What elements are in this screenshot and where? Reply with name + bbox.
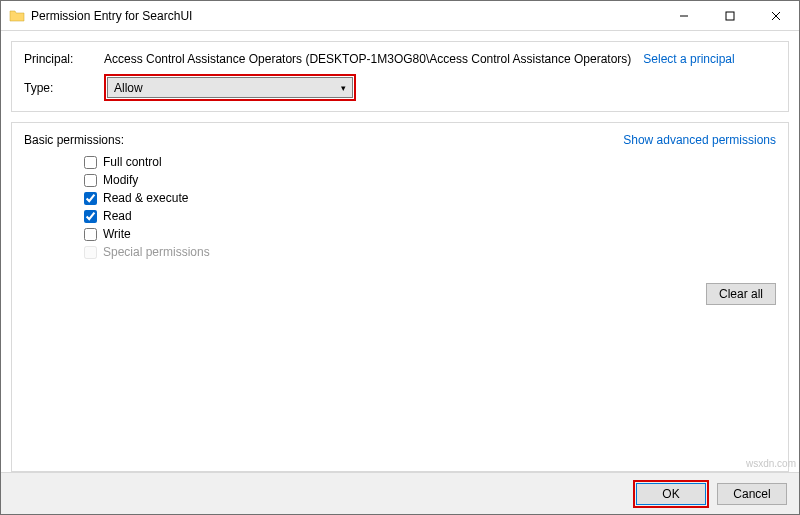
client-area: Principal: Access Control Assistance Ope… [1,31,799,472]
folder-icon [9,8,25,24]
title-bar: Permission Entry for SearchUI [1,1,799,31]
window-frame: Permission Entry for SearchUI Principal:… [0,0,800,515]
window-controls [661,1,799,30]
perm-modify-checkbox[interactable] [84,174,97,187]
window-title: Permission Entry for SearchUI [31,9,661,23]
ok-highlight: OK [633,480,709,508]
minimize-button[interactable] [661,1,707,30]
clear-all-button[interactable]: Clear all [706,283,776,305]
show-advanced-link[interactable]: Show advanced permissions [623,133,776,147]
principal-label: Principal: [24,52,104,66]
perm-read-execute[interactable]: Read & execute [84,189,776,207]
select-principal-link[interactable]: Select a principal [643,52,734,66]
perm-modify-label: Modify [103,173,138,187]
type-label: Type: [24,81,104,95]
svg-rect-1 [726,12,734,20]
cancel-button[interactable]: Cancel [717,483,787,505]
perm-full-control-checkbox[interactable] [84,156,97,169]
perm-special-label: Special permissions [103,245,210,259]
dialog-footer: OK Cancel [1,472,799,514]
principal-value: Access Control Assistance Operators (DES… [104,52,631,66]
close-button[interactable] [753,1,799,30]
principal-row: Principal: Access Control Assistance Ope… [24,52,776,66]
basic-permissions-label: Basic permissions: [24,133,124,147]
perm-special: Special permissions [84,243,776,261]
permissions-panel: Basic permissions: Show advanced permiss… [11,122,789,472]
perm-read-checkbox[interactable] [84,210,97,223]
type-highlight: Allow ▾ [104,74,356,101]
perm-write-label: Write [103,227,131,241]
perm-read-execute-label: Read & execute [103,191,188,205]
perm-full-control-label: Full control [103,155,162,169]
principal-panel: Principal: Access Control Assistance Ope… [11,41,789,112]
perm-read-label: Read [103,209,132,223]
perm-full-control[interactable]: Full control [84,153,776,171]
perm-read[interactable]: Read [84,207,776,225]
perm-read-execute-checkbox[interactable] [84,192,97,205]
permissions-list: Full control Modify Read & execute Read … [24,153,776,261]
type-row: Type: Allow ▾ [24,74,776,101]
perm-modify[interactable]: Modify [84,171,776,189]
perm-write-checkbox[interactable] [84,228,97,241]
perm-write[interactable]: Write [84,225,776,243]
type-dropdown-value: Allow [114,81,143,95]
maximize-button[interactable] [707,1,753,30]
type-dropdown[interactable]: Allow ▾ [107,77,353,98]
ok-button[interactable]: OK [636,483,706,505]
chevron-down-icon: ▾ [341,83,346,93]
perm-special-checkbox [84,246,97,259]
